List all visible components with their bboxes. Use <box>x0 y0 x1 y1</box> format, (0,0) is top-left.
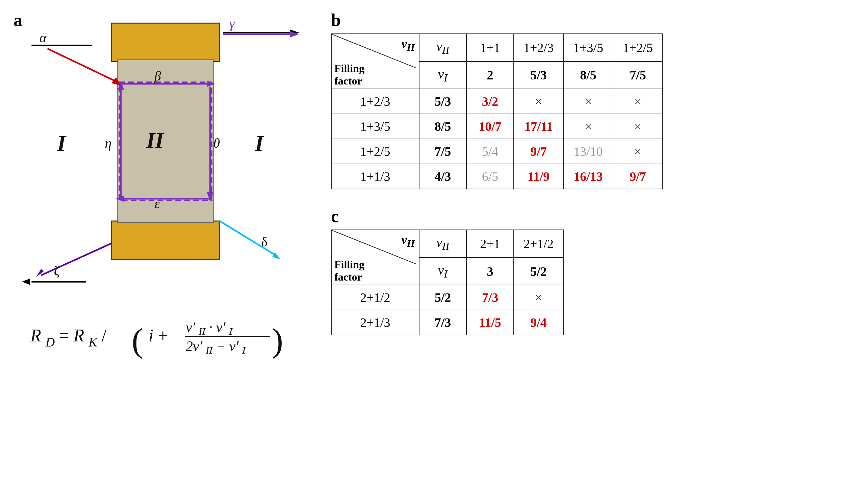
svg-text:i
           +: i + <box>149 326 168 345</box>
svg-line-9 <box>48 49 118 82</box>
right-panel: b νII Fillingfactor <box>331 10 854 469</box>
svg-line-21 <box>41 243 111 275</box>
nu-II-col-header-b: νII <box>419 34 466 62</box>
row-val-c-1-1: 9/4 <box>514 310 563 335</box>
label-I-left: I <box>57 131 67 155</box>
row-val-b-0-1: × <box>514 89 563 114</box>
row-filling-b-1: 1+3/5 <box>331 114 419 139</box>
row-val-c-0-0: 7/3 <box>466 285 514 310</box>
row-val-b-1-1: 17/11 <box>514 114 563 139</box>
label-delta: δ <box>261 235 267 249</box>
diagram-area: I I II γ α β <box>14 14 317 301</box>
row-filling-b-2: 1+2/5 <box>331 139 419 164</box>
row-val-b-2-2: 13/10 <box>563 139 613 164</box>
col-header-b-3: 1+2/5 <box>613 34 663 62</box>
col-header-b-2: 1+3/5 <box>563 34 613 62</box>
label-theta: θ <box>213 136 220 151</box>
label-I-right: I <box>254 131 264 155</box>
label-II: II <box>146 128 164 152</box>
row-nu-II-b-3: 4/3 <box>419 164 466 189</box>
svg-line-19 <box>220 221 277 256</box>
table-row: 1+3/5 8/5 10/7 17/11 × × <box>331 114 663 139</box>
nu-II-diag-label-c: νII <box>402 233 415 249</box>
row-nu-II-b-1: 8/5 <box>419 114 466 139</box>
filling-factor-diag-label-c: Fillingfactor <box>334 258 364 283</box>
nu-I-col-header-b: νI <box>419 62 466 89</box>
row-val-b-0-0: 3/2 <box>466 89 514 114</box>
table-row: 2+1/2 5/2 7/3 × <box>331 285 563 310</box>
svg-marker-24 <box>22 279 30 285</box>
svg-rect-0 <box>111 23 220 61</box>
row-val-c-0-1: × <box>514 285 563 310</box>
table-c-section: c νII Fillingfactor <box>331 206 854 335</box>
table-row: 1+1/3 4/3 6/5 11/9 16/13 9/7 <box>331 164 663 189</box>
label-gamma: γ <box>229 16 235 31</box>
table-row: 1+2/5 7/5 5/4 9/7 13/10 × <box>331 139 663 164</box>
row-val-b-1-2: × <box>563 114 613 139</box>
formula-container: R D = R K / ( i + ν′ <box>20 308 311 375</box>
physics-diagram: I I II γ α β <box>14 14 317 301</box>
row-val-b-0-2: × <box>563 89 613 114</box>
row-filling-c-0: 2+1/2 <box>331 285 419 310</box>
row-filling-b-0: 1+2/3 <box>331 89 419 114</box>
table-row: 1+2/3 5/3 3/2 × × × <box>331 89 663 114</box>
table-b-section: b νII Fillingfactor <box>331 10 854 189</box>
nu-I-col-header-c: νI <box>419 258 466 285</box>
label-eta: η <box>105 136 112 151</box>
nu-I-val-b-1: 5/3 <box>514 62 563 89</box>
row-filling-c-1: 2+1/3 <box>331 310 419 335</box>
svg-text:): ) <box>272 321 283 359</box>
nu-I-val-c-1: 5/2 <box>514 258 563 285</box>
svg-text:2ν′
          II
           − : 2ν′ II − ν′ I <box>186 338 246 356</box>
nu-II-col-header-c: νII <box>419 230 466 258</box>
row-nu-II-c-1: 7/3 <box>419 310 466 335</box>
label-beta: β <box>154 69 161 83</box>
col-header-c-1: 2+1/2 <box>514 230 563 258</box>
nu-I-val-b-3: 7/5 <box>613 62 663 89</box>
filling-factor-header-b: νII Fillingfactor <box>331 34 419 89</box>
table-c: νII Fillingfactor νII 2+1 2+1/2 νI <box>331 230 564 335</box>
svg-marker-22 <box>36 269 44 277</box>
nu-I-val-b-0: 2 <box>466 62 514 89</box>
svg-text:ν′
          II
           · ν: ν′ II · ν′ I <box>186 319 233 337</box>
col-header-b-0: 1+1 <box>466 34 514 62</box>
svg-text:(: ( <box>132 321 143 359</box>
label-zeta: ζ <box>54 263 59 278</box>
row-val-c-1-0: 11/5 <box>466 310 514 335</box>
row-val-b-0-3: × <box>613 89 663 114</box>
row-val-b-1-0: 10/7 <box>466 114 514 139</box>
nu-I-val-b-2: 8/5 <box>563 62 613 89</box>
row-val-b-2-1: 9/7 <box>514 139 563 164</box>
filling-factor-diag-label-b: Fillingfactor <box>334 62 364 87</box>
col-header-b-1: 1+2/3 <box>514 34 563 62</box>
filling-factor-header-c: νII Fillingfactor <box>331 230 419 285</box>
col-header-c-0: 2+1 <box>466 230 514 258</box>
row-val-b-3-3: 9/7 <box>613 164 663 189</box>
row-val-b-3-1: 11/9 <box>514 164 563 189</box>
row-val-b-2-0: 5/4 <box>466 139 514 164</box>
table-b: νII Fillingfactor νII 1+1 1+2/3 1+3/5 1+… <box>331 33 663 189</box>
formula-svg: R D = R K / ( i + ν′ <box>27 314 304 368</box>
row-filling-b-3: 1+1/3 <box>331 164 419 189</box>
nu-II-diag-label-b: νII <box>402 37 415 53</box>
label-alpha: α <box>40 30 47 45</box>
table-row: 2+1/3 7/3 11/5 9/4 <box>331 310 563 335</box>
row-val-b-1-3: × <box>613 114 663 139</box>
row-nu-II-b-2: 7/5 <box>419 139 466 164</box>
label-c: c <box>331 206 854 226</box>
nu-I-val-c-0: 3 <box>466 258 514 285</box>
svg-text:R
          D
           = 
  : R D = R K / <box>30 326 107 349</box>
row-nu-II-c-0: 5/2 <box>419 285 466 310</box>
row-val-b-2-3: × <box>613 139 663 164</box>
row-val-b-3-0: 6/5 <box>466 164 514 189</box>
svg-rect-1 <box>111 221 220 259</box>
row-val-b-3-2: 16/13 <box>563 164 613 189</box>
label-b: b <box>331 10 854 30</box>
left-panel: a I I II γ <box>14 10 317 469</box>
row-nu-II-b-0: 5/3 <box>419 89 466 114</box>
